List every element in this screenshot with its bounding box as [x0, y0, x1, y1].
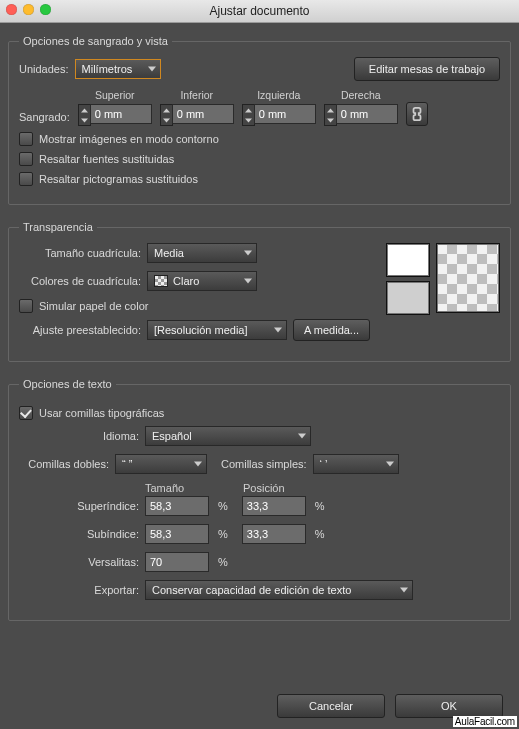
double-quotes-label: Comillas dobles: [19, 458, 109, 470]
group-text-legend: Opciones de texto [19, 378, 116, 390]
swatch-gray[interactable] [386, 281, 430, 315]
window-title: Ajustar documento [209, 4, 309, 18]
grid-colors-select[interactable]: Claro [147, 271, 257, 291]
double-quotes-select[interactable]: “ ” [115, 454, 207, 474]
grid-size-select[interactable]: Media [147, 243, 257, 263]
group-text-options: Opciones de texto Usar comillas tipográf… [8, 378, 511, 621]
chevron-down-icon [148, 67, 156, 72]
percent-label: % [315, 528, 325, 540]
percent-label: % [218, 556, 228, 568]
units-label: Unidades: [19, 63, 69, 75]
watermark: AulaFacil.com [453, 716, 517, 727]
size-header: Tamaño [145, 482, 213, 494]
window-controls[interactable] [6, 4, 51, 15]
subscript-size-input[interactable] [145, 524, 209, 544]
grid-colors-label: Colores de cuadrícula: [19, 275, 141, 287]
close-icon[interactable] [6, 4, 17, 15]
chk-simulate-paper[interactable]: Simular papel de color [19, 299, 372, 313]
chevron-down-icon [244, 251, 252, 256]
subscript-pos-input[interactable] [242, 524, 306, 544]
chevron-down-icon [298, 434, 306, 439]
bleed-bottom-input[interactable] [172, 104, 234, 124]
group-bleed-legend: Opciones de sangrado y vista [19, 35, 172, 47]
subscript-label: Subíndice: [19, 528, 139, 540]
bleed-right-header: Derecha [324, 89, 398, 101]
checkbox-icon [19, 132, 33, 146]
chevron-down-icon [386, 462, 394, 467]
chevron-down-icon [194, 462, 202, 467]
transparency-preview [386, 243, 500, 349]
zoom-icon[interactable] [40, 4, 51, 15]
bleed-right-input[interactable] [336, 104, 398, 124]
chk-typographers-quotes[interactable]: Usar comillas tipográficas [19, 406, 500, 420]
titlebar: Ajustar documento [0, 0, 519, 23]
bleed-left-input[interactable] [254, 104, 316, 124]
export-label: Exportar: [19, 584, 139, 596]
percent-label: % [315, 500, 325, 512]
group-transparency: Transparencia Tamaño cuadrícula: Media C… [8, 221, 511, 362]
ok-button[interactable]: OK [395, 694, 503, 718]
preset-label: Ajuste preestablecido: [19, 324, 141, 336]
chk-substituted-glyphs[interactable]: Resaltar pictogramas sustituidos [19, 172, 500, 186]
units-value: Milímetros [82, 63, 133, 75]
chk-outline-mode[interactable]: Mostrar imágenes en modo contorno [19, 132, 500, 146]
preset-select[interactable]: [Resolución media] [147, 320, 287, 340]
position-header: Posición [243, 482, 311, 494]
superscript-label: Superíndice: [19, 500, 139, 512]
link-icon [412, 107, 422, 121]
edit-artboards-button[interactable]: Editar mesas de trabajo [354, 57, 500, 81]
language-select[interactable]: Español [145, 426, 311, 446]
grid-size-label: Tamaño cuadrícula: [19, 247, 141, 259]
single-quotes-label: Comillas simples: [221, 458, 307, 470]
chevron-down-icon [400, 588, 408, 593]
checkbox-checked-icon [19, 406, 33, 420]
bleed-label: Sangrado: [19, 111, 70, 123]
language-label: Idioma: [19, 430, 139, 442]
percent-label: % [218, 500, 228, 512]
percent-label: % [218, 528, 228, 540]
chevron-down-icon [244, 279, 252, 284]
bleed-bottom-header: Inferior [160, 89, 234, 101]
bleed-top-header: Superior [78, 89, 152, 101]
custom-preset-button[interactable]: A medida... [293, 319, 370, 341]
checkbox-icon [19, 152, 33, 166]
chk-substituted-fonts[interactable]: Resaltar fuentes sustituidas [19, 152, 500, 166]
smallcaps-input[interactable] [145, 552, 209, 572]
single-quotes-select[interactable]: ‘ ’ [313, 454, 399, 474]
superscript-size-input[interactable] [145, 496, 209, 516]
smallcaps-label: Versalitas: [19, 556, 139, 568]
checkbox-icon [19, 172, 33, 186]
checker-swatch-icon [154, 275, 168, 287]
minimize-icon[interactable] [23, 4, 34, 15]
swatch-white[interactable] [386, 243, 430, 277]
checkbox-icon [19, 299, 33, 313]
link-bleed-button[interactable] [406, 102, 428, 126]
export-select[interactable]: Conservar capacidad de edición de texto [145, 580, 413, 600]
superscript-pos-input[interactable] [242, 496, 306, 516]
checker-preview [436, 243, 500, 313]
chevron-down-icon [274, 328, 282, 333]
group-bleed-view: Opciones de sangrado y vista Unidades: M… [8, 35, 511, 205]
units-select[interactable]: Milímetros [75, 59, 161, 79]
bleed-top-input[interactable] [90, 104, 152, 124]
group-transparency-legend: Transparencia [19, 221, 97, 233]
cancel-button[interactable]: Cancelar [277, 694, 385, 718]
bleed-left-header: Izquierda [242, 89, 316, 101]
